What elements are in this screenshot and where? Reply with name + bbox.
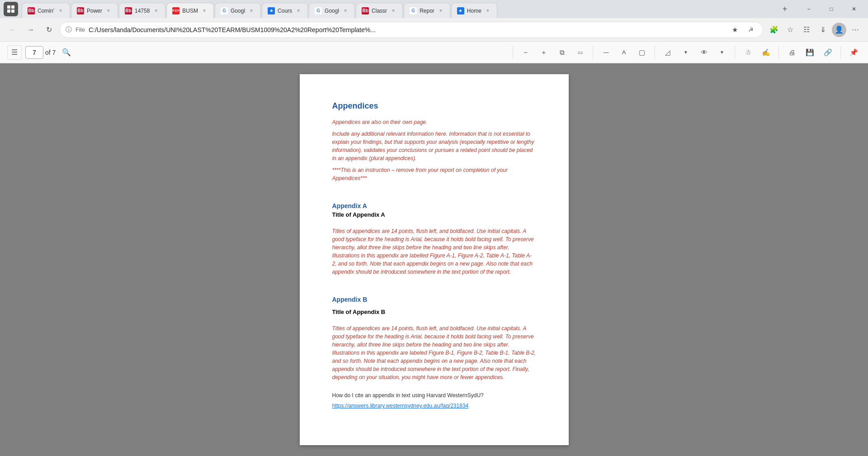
window-controls: − □ ✕ [798, 2, 864, 16]
extensions-button[interactable]: 🧩 [767, 23, 781, 37]
zoom-out-button[interactable]: − [519, 45, 533, 60]
address-label: File [75, 26, 85, 33]
tab-favicon-tab8: Bb [362, 7, 369, 14]
pdf-content-area[interactable]: Appendices Appendices are also on their … [0, 63, 868, 456]
svg-rect-0 [7, 5, 10, 9]
info-icon: ⓘ [66, 26, 72, 34]
pdf-toolbar: ☰ 7 of 7 🔍 − + ⧉ ▭ ⸺ A ▢ ◿ ▼ 👁 ▼ ☃ ✍ 🖨 💾… [0, 42, 868, 63]
new-tab-button[interactable]: + [778, 3, 791, 15]
browser-tab-tab7[interactable]: GGoogl× [309, 3, 355, 18]
title-bar: BbComin'×BbPower×Bb14758×PDFBUSM×GGoogl×… [0, 0, 868, 18]
save-button[interactable]: 💾 [802, 45, 817, 60]
close-button[interactable]: ✕ [844, 2, 864, 16]
bookmark-icon[interactable]: ★ [728, 24, 741, 36]
tab-close-tab9[interactable]: × [437, 7, 444, 14]
eraser-tool-button[interactable]: ☃ [741, 45, 755, 60]
text-tool-button[interactable]: A [617, 45, 631, 60]
appendix-a-heading: Appendix A [332, 202, 536, 209]
settings-button[interactable]: ⋯ [848, 23, 863, 37]
reload-button[interactable]: ↻ [42, 23, 56, 37]
address-right-icons: ★ ☭ [728, 24, 757, 36]
fit-page-button[interactable]: ⧉ [555, 45, 569, 60]
pan-tool-button[interactable]: ✍ [759, 45, 773, 60]
print-button[interactable]: 🖨 [784, 45, 799, 60]
tab-label-tab2: Power [87, 8, 102, 14]
browser-tab-tab8[interactable]: BbClassr× [356, 3, 403, 18]
highlight-dropdown-button[interactable]: ▼ [679, 45, 693, 60]
maximize-button[interactable]: □ [821, 2, 842, 16]
comment-dropdown-button[interactable]: ▼ [715, 45, 729, 60]
comment-tool-button[interactable]: 👁 [697, 45, 711, 60]
tab-close-tab7[interactable]: × [342, 7, 349, 14]
appendices-instruction-1: Appendices are also on their own page. [332, 118, 536, 126]
favorites-button[interactable]: ☆ [783, 23, 797, 37]
tab-close-tab8[interactable]: × [390, 7, 397, 14]
pin-button[interactable]: 📌 [846, 45, 861, 60]
browser-tab-tab6[interactable]: ★Cours× [262, 3, 308, 18]
toolbar-divider-2 [593, 46, 593, 59]
tab-label-tab4: BUSM [182, 8, 198, 14]
tab-close-tab1[interactable]: × [57, 7, 64, 14]
toolbar-divider-4 [735, 46, 735, 59]
toolbar-divider-5 [778, 46, 779, 59]
tab-favicon-tab9: G [410, 7, 417, 14]
svg-rect-1 [11, 5, 14, 9]
address-text: C:/Users/landa/Documents/UNI%20LAST%20TE… [89, 26, 725, 33]
tab-label-tab8: Classr [372, 8, 387, 14]
tab-label-tab9: Repor [420, 8, 434, 14]
pdf-page: Appendices Appendices are also on their … [300, 74, 569, 445]
tab-close-tab5[interactable]: × [248, 7, 255, 14]
highlight-tool-button[interactable]: ◿ [660, 45, 675, 60]
downloads-button[interactable]: ⇓ [816, 23, 830, 37]
page-number-input[interactable]: 7 [25, 46, 43, 59]
citation-link[interactable]: https://answers.library.westernsydney.ed… [332, 403, 469, 409]
zoom-in-button[interactable]: + [537, 45, 551, 60]
browser-tab-tab10[interactable]: ★Home× [451, 3, 497, 18]
appendices-instruction-3: ****This is an instruction – remove from… [332, 166, 536, 182]
svg-rect-2 [7, 10, 10, 13]
tab-favicon-tab7: G [315, 7, 322, 14]
back-button[interactable]: ← [5, 23, 20, 37]
fit-width-button[interactable]: ▭ [573, 45, 587, 60]
forward-button[interactable]: → [24, 23, 38, 37]
sidebar-toggle-button[interactable]: ☰ [7, 45, 22, 60]
appendix-a-title: Title of Appendix A [332, 211, 536, 218]
tab-favicon-tab6: ★ [268, 7, 275, 14]
tab-close-tab10[interactable]: × [484, 7, 491, 14]
draw-tool-button[interactable]: ▢ [635, 45, 649, 60]
rotate-button[interactable]: ⸺ [599, 45, 613, 60]
tab-label-tab10: Home [467, 8, 481, 14]
browser-tab-tab4[interactable]: PDFBUSM× [166, 3, 214, 18]
browser-tab-tab1[interactable]: BbComin'× [22, 3, 70, 18]
browser-tab-tab2[interactable]: BbPower× [71, 3, 118, 18]
tab-label-tab5: Googl [231, 8, 245, 14]
pdf-search-button[interactable]: 🔍 [59, 45, 74, 60]
svg-rect-3 [11, 10, 14, 13]
appendix-b-heading: Appendix B [332, 296, 536, 303]
appendices-heading: Appendices [332, 101, 536, 111]
appendix-b-body: Titles of appendices are 14 points, flus… [332, 324, 536, 381]
browser-toolbar-right: 🧩 ☆ ☷ ⇓ 👤 ⋯ [767, 23, 863, 37]
tab-label-tab6: Cours [278, 8, 292, 14]
address-bar[interactable]: ⓘ File C:/Users/landa/Documents/UNI%20LA… [60, 22, 763, 38]
citation-question: How do I cite an appendix in text using … [332, 392, 536, 399]
tab-close-tab6[interactable]: × [295, 7, 302, 14]
tab-close-tab3[interactable]: × [152, 7, 160, 14]
browser-tab-tab3[interactable]: Bb14758× [119, 3, 165, 18]
share-button[interactable]: 🔗 [821, 45, 835, 60]
extensions-icon[interactable]: ☭ [745, 24, 757, 36]
browser-tab-tab5[interactable]: GGoogl× [215, 3, 261, 18]
collections-button[interactable]: ☷ [799, 23, 814, 37]
browser-icon [4, 2, 18, 16]
tab-close-tab2[interactable]: × [105, 7, 112, 14]
tab-favicon-tab10: ★ [457, 7, 464, 14]
profile-button[interactable]: 👤 [832, 23, 846, 37]
browser-tab-tab9[interactable]: GRepor× [404, 3, 450, 18]
page-navigation-group: 7 of 7 [25, 46, 56, 59]
appendix-b-title: Title of Appendix B [332, 309, 536, 315]
tab-close-tab4[interactable]: × [201, 7, 208, 14]
tab-label-tab1: Comin' [38, 8, 54, 14]
tab-favicon-tab2: Bb [77, 7, 84, 14]
minimize-button[interactable]: − [798, 2, 819, 16]
tab-label-tab3: 14758 [135, 8, 150, 14]
